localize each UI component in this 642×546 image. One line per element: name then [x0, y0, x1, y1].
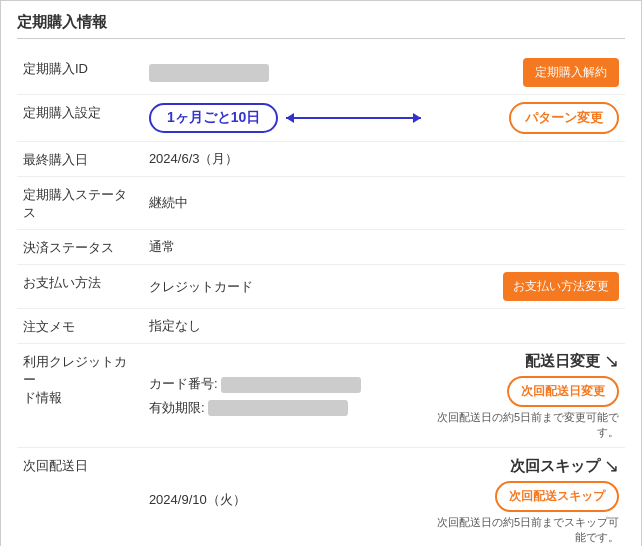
pattern-change-button[interactable]: パターン変更 [509, 102, 619, 134]
card-number-blurred [221, 377, 361, 393]
main-container: 定期購入情報 定期購入ID 定期購入解約 定期購入設定 1ヶ月ごと10日 パター… [0, 0, 642, 546]
delivery-change-section: 配送日変更 ↘ 次回配送日変更 次回配送日の約5日前まで変更可能です。 [433, 350, 619, 440]
subscription-id-label: 定期購入ID [17, 51, 143, 95]
table-row: 最終購入日 2024/6/3（月） [17, 142, 625, 177]
delivery-change-label: 配送日変更 [525, 352, 600, 371]
pattern-btn-cell: パターン変更 [427, 95, 625, 142]
schedule-arrow-row: 1ヶ月ごと10日 [149, 103, 422, 133]
subscription-setting-label: 定期購入設定 [17, 95, 143, 142]
table-row: 定期購入ID 定期購入解約 [17, 51, 625, 95]
skip-label-row: 次回スキップ ↘ [433, 455, 619, 477]
page-title: 定期購入情報 [17, 13, 625, 39]
next-delivery-value: 2024/9/10（火） [143, 448, 428, 547]
skip-btn-row: 次回配送スキップ [433, 481, 619, 512]
skip-cell: 次回スキップ ↘ 次回配送スキップ 次回配送日の約5日前までスキップ可能です。 [427, 448, 625, 547]
skip-section: 次回スキップ ↘ 次回配送スキップ 次回配送日の約5日前までスキップ可能です。 [433, 455, 619, 545]
subscription-status-label: 定期購入ステータス [17, 177, 143, 230]
table-row: 注文メモ 指定なし [17, 309, 625, 344]
next-delivery-btn-row: 次回配送日変更 [433, 376, 619, 407]
payment-method-value: クレジットカード [143, 265, 428, 309]
skip-arrow-icon: ↘ [604, 455, 619, 477]
delivery-change-label-row: 配送日変更 ↘ [433, 350, 619, 372]
credit-card-value: カード番号: 有効期限: [143, 344, 428, 448]
cancel-btn-cell: 定期購入解約 [427, 51, 625, 95]
delivery-arrow-icon: ↘ [604, 350, 619, 372]
payment-status-label: 決済ステータス [17, 230, 143, 265]
table-row: 決済ステータス 通常 [17, 230, 625, 265]
next-delivery-change-button[interactable]: 次回配送日変更 [507, 376, 619, 407]
memo-value: 指定なし [143, 309, 428, 344]
skip-note: 次回配送日の約5日前までスキップ可能です。 [433, 515, 619, 545]
delivery-date-note: 次回配送日の約5日前まで変更可能です。 [433, 410, 619, 440]
delivery-change-cell: 配送日変更 ↘ 次回配送日変更 次回配送日の約5日前まで変更可能です。 [427, 344, 625, 448]
subscription-status-value: 継続中 [143, 177, 428, 230]
cancel-subscription-button[interactable]: 定期購入解約 [523, 58, 619, 87]
subscription-setting-value: 1ヶ月ごと10日 [143, 95, 428, 142]
card-number-label: カード番号: [149, 376, 218, 391]
next-delivery-label: 次回配送日 [17, 448, 143, 547]
skip-label: 次回スキップ [510, 457, 600, 476]
card-expiry-label: 有効期限: [149, 400, 205, 415]
table-row: 定期購入ステータス 継続中 [17, 177, 625, 230]
last-purchase-date-value: 2024/6/3（月） [143, 142, 428, 177]
table-row: 利用クレジットカード情報 カード番号: 有効期限: 配送日変更 ↘ 次回配送日変… [17, 344, 625, 448]
schedule-badge: 1ヶ月ごと10日 [149, 103, 278, 133]
next-delivery-skip-button[interactable]: 次回配送スキップ [495, 481, 619, 512]
payment-method-btn-cell: お支払い方法変更 [427, 265, 625, 309]
payment-status-value: 通常 [143, 230, 428, 265]
table-row: 定期購入設定 1ヶ月ごと10日 パターン変更 [17, 95, 625, 142]
memo-label: 注文メモ [17, 309, 143, 344]
payment-method-change-button[interactable]: お支払い方法変更 [503, 272, 619, 301]
table-row: お支払い方法 クレジットカード お支払い方法変更 [17, 265, 625, 309]
arrow-line [286, 117, 421, 119]
subscription-id-value [143, 51, 428, 95]
card-expiry-blurred [208, 400, 348, 416]
subscription-id-blurred [149, 64, 269, 82]
info-table: 定期購入ID 定期購入解約 定期購入設定 1ヶ月ごと10日 パターン変更 [17, 51, 625, 546]
payment-method-label: お支払い方法 [17, 265, 143, 309]
last-purchase-date-label: 最終購入日 [17, 142, 143, 177]
credit-card-info: カード番号: 有効期限: [149, 372, 422, 419]
table-row: 次回配送日 2024/9/10（火） 次回スキップ ↘ 次回配送スキップ 次回配… [17, 448, 625, 547]
credit-card-label: 利用クレジットカード情報 [17, 344, 143, 448]
